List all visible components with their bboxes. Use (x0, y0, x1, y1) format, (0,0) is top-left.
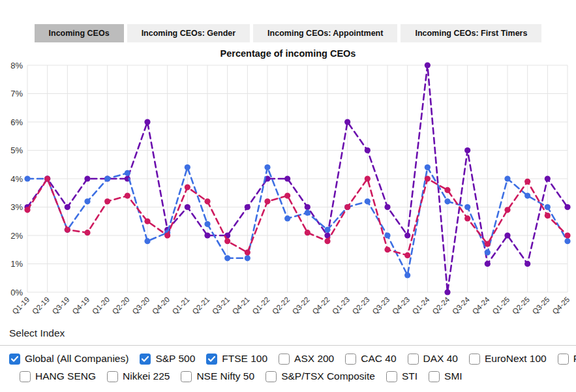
data-point[interactable] (284, 175, 290, 181)
unchecked-checkbox-icon[interactable] (181, 371, 192, 382)
data-point[interactable] (65, 227, 70, 233)
data-point[interactable] (365, 175, 371, 181)
data-point[interactable] (365, 198, 371, 204)
data-point[interactable] (144, 119, 150, 125)
data-point[interactable] (24, 175, 30, 181)
data-point[interactable] (185, 184, 190, 190)
index-checkbox-ftse-250[interactable]: FTSE 250 (558, 353, 576, 365)
data-point[interactable] (324, 227, 330, 233)
data-point[interactable] (224, 238, 230, 244)
data-point[interactable] (125, 170, 130, 176)
data-point[interactable] (524, 179, 530, 185)
unchecked-checkbox-icon[interactable] (408, 354, 419, 365)
data-point[interactable] (284, 193, 290, 199)
checked-checkbox-icon[interactable] (9, 354, 20, 365)
unchecked-checkbox-icon[interactable] (469, 354, 480, 365)
data-point[interactable] (464, 147, 470, 153)
unchecked-checkbox-icon[interactable] (429, 371, 440, 382)
unchecked-checkbox-icon[interactable] (279, 354, 290, 365)
data-point[interactable] (524, 261, 530, 267)
data-point[interactable] (564, 232, 570, 238)
data-point[interactable] (524, 193, 530, 199)
data-point[interactable] (464, 215, 470, 221)
data-point[interactable] (404, 252, 410, 258)
data-point[interactable] (84, 230, 90, 235)
tab-incoming-ceos[interactable]: Incoming CEOs (35, 24, 124, 42)
tab-incoming-ceos-appointment[interactable]: Incoming CEOs: Appointment (253, 24, 397, 42)
index-checkbox-hang-seng[interactable]: HANG SENG (20, 370, 96, 382)
data-point[interactable] (284, 215, 290, 221)
unchecked-checkbox-icon[interactable] (107, 371, 118, 382)
data-point[interactable] (164, 232, 170, 238)
data-point[interactable] (185, 164, 190, 170)
data-point[interactable] (104, 198, 110, 204)
data-point[interactable] (485, 250, 491, 256)
data-point[interactable] (324, 238, 330, 244)
tab-incoming-ceos-first-timers[interactable]: Incoming CEOs: First Timers (401, 24, 541, 42)
index-checkbox-s-p-500[interactable]: S&P 500 (140, 353, 195, 365)
data-point[interactable] (564, 204, 570, 210)
data-point[interactable] (305, 204, 311, 210)
index-checkbox-global-all-companies[interactable]: Global (All Companies) (9, 353, 129, 365)
data-point[interactable] (384, 247, 390, 252)
data-point[interactable] (464, 204, 470, 210)
data-point[interactable] (384, 232, 390, 238)
data-point[interactable] (404, 272, 410, 278)
unchecked-checkbox-icon[interactable] (265, 371, 277, 382)
data-point[interactable] (84, 198, 90, 204)
data-point[interactable] (365, 147, 371, 153)
index-checkbox-asx-200[interactable]: ASX 200 (279, 353, 334, 365)
data-point[interactable] (104, 175, 110, 181)
data-point[interactable] (444, 198, 450, 204)
data-point[interactable] (245, 204, 250, 210)
index-checkbox-cac-40[interactable]: CAC 40 (345, 353, 396, 365)
data-point[interactable] (384, 204, 390, 210)
data-point[interactable] (564, 238, 570, 244)
data-point[interactable] (264, 198, 270, 204)
data-point[interactable] (84, 175, 90, 181)
data-point[interactable] (65, 204, 70, 210)
data-point[interactable] (425, 175, 431, 181)
data-point[interactable] (245, 250, 250, 256)
tab-incoming-ceos-gender[interactable]: Incoming CEOs: Gender (127, 24, 250, 42)
data-point[interactable] (444, 289, 450, 295)
data-point[interactable] (204, 221, 210, 227)
index-checkbox-ftse-100[interactable]: FTSE 100 (206, 353, 267, 365)
data-point[interactable] (245, 255, 250, 261)
data-point[interactable] (24, 207, 30, 213)
data-point[interactable] (305, 230, 311, 235)
data-point[interactable] (264, 164, 270, 170)
data-point[interactable] (144, 219, 150, 224)
data-point[interactable] (545, 213, 551, 219)
data-point[interactable] (485, 241, 491, 247)
data-point[interactable] (125, 193, 130, 199)
index-checkbox-nikkei-225[interactable]: Nikkei 225 (107, 370, 170, 382)
index-checkbox-dax-40[interactable]: DAX 40 (408, 353, 458, 365)
checked-checkbox-icon[interactable] (140, 354, 151, 365)
data-point[interactable] (545, 204, 551, 210)
data-point[interactable] (344, 204, 350, 210)
data-point[interactable] (344, 119, 350, 125)
data-point[interactable] (485, 261, 491, 267)
index-checkbox-smi[interactable]: SMI (429, 370, 462, 382)
unchecked-checkbox-icon[interactable] (558, 354, 569, 365)
index-checkbox-sti[interactable]: STI (386, 370, 417, 382)
data-point[interactable] (504, 175, 510, 181)
data-point[interactable] (305, 210, 311, 216)
data-point[interactable] (144, 238, 150, 244)
data-point[interactable] (504, 232, 510, 238)
index-checkbox-euronext-100[interactable]: EuroNext 100 (469, 353, 547, 365)
data-point[interactable] (224, 255, 230, 261)
data-point[interactable] (204, 232, 210, 238)
data-point[interactable] (204, 198, 210, 204)
data-point[interactable] (444, 187, 450, 193)
unchecked-checkbox-icon[interactable] (345, 354, 356, 365)
data-point[interactable] (185, 204, 190, 210)
data-point[interactable] (404, 232, 410, 238)
data-point[interactable] (425, 62, 431, 68)
index-checkbox-nse-nifty-50[interactable]: NSE Nifty 50 (181, 370, 254, 382)
data-point[interactable] (44, 175, 50, 181)
data-point[interactable] (425, 164, 431, 170)
checked-checkbox-icon[interactable] (206, 354, 217, 365)
data-point[interactable] (504, 207, 510, 213)
